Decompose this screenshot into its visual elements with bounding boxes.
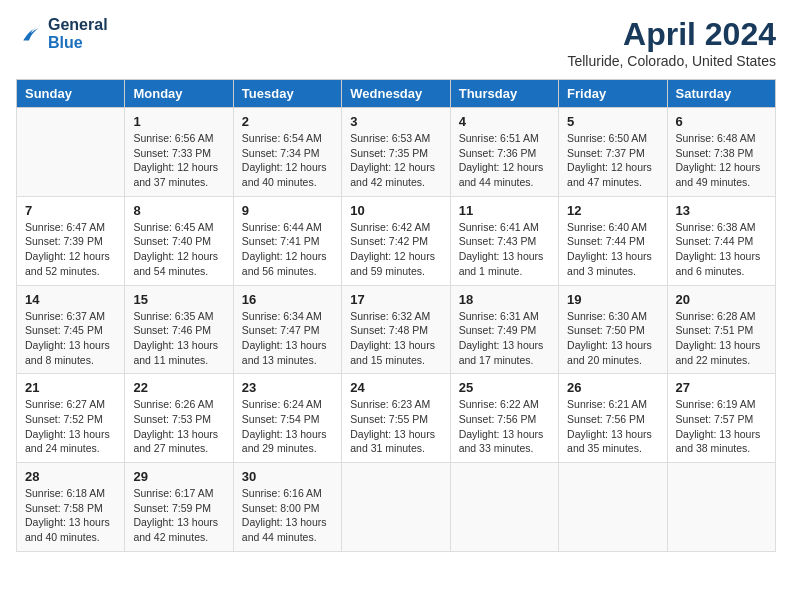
- calendar-cell: 11Sunrise: 6:41 AMSunset: 7:43 PMDayligh…: [450, 196, 558, 285]
- logo-text: General Blue: [48, 16, 108, 52]
- day-info: Sunrise: 6:48 AMSunset: 7:38 PMDaylight:…: [676, 131, 767, 190]
- day-number: 14: [25, 292, 116, 307]
- calendar-cell: 4Sunrise: 6:51 AMSunset: 7:36 PMDaylight…: [450, 108, 558, 197]
- calendar-cell: 18Sunrise: 6:31 AMSunset: 7:49 PMDayligh…: [450, 285, 558, 374]
- day-info: Sunrise: 6:56 AMSunset: 7:33 PMDaylight:…: [133, 131, 224, 190]
- day-number: 15: [133, 292, 224, 307]
- logo: General Blue: [16, 16, 108, 52]
- day-info: Sunrise: 6:21 AMSunset: 7:56 PMDaylight:…: [567, 397, 658, 456]
- day-info: Sunrise: 6:34 AMSunset: 7:47 PMDaylight:…: [242, 309, 333, 368]
- calendar-cell: 25Sunrise: 6:22 AMSunset: 7:56 PMDayligh…: [450, 374, 558, 463]
- calendar-cell: 3Sunrise: 6:53 AMSunset: 7:35 PMDaylight…: [342, 108, 450, 197]
- day-info: Sunrise: 6:44 AMSunset: 7:41 PMDaylight:…: [242, 220, 333, 279]
- calendar-cell: [667, 463, 775, 552]
- calendar-cell: [450, 463, 558, 552]
- day-info: Sunrise: 6:16 AMSunset: 8:00 PMDaylight:…: [242, 486, 333, 545]
- day-number: 28: [25, 469, 116, 484]
- page-subtitle: Telluride, Colorado, United States: [567, 53, 776, 69]
- header: General Blue April 2024 Telluride, Color…: [16, 16, 776, 69]
- day-info: Sunrise: 6:27 AMSunset: 7:52 PMDaylight:…: [25, 397, 116, 456]
- calendar-cell: 24Sunrise: 6:23 AMSunset: 7:55 PMDayligh…: [342, 374, 450, 463]
- calendar-week-row: 14Sunrise: 6:37 AMSunset: 7:45 PMDayligh…: [17, 285, 776, 374]
- calendar-cell: 2Sunrise: 6:54 AMSunset: 7:34 PMDaylight…: [233, 108, 341, 197]
- calendar-cell: 19Sunrise: 6:30 AMSunset: 7:50 PMDayligh…: [559, 285, 667, 374]
- day-number: 18: [459, 292, 550, 307]
- calendar-cell: [342, 463, 450, 552]
- day-number: 24: [350, 380, 441, 395]
- weekday-header: Monday: [125, 80, 233, 108]
- calendar-cell: 8Sunrise: 6:45 AMSunset: 7:40 PMDaylight…: [125, 196, 233, 285]
- calendar-week-row: 28Sunrise: 6:18 AMSunset: 7:58 PMDayligh…: [17, 463, 776, 552]
- day-number: 11: [459, 203, 550, 218]
- day-info: Sunrise: 6:35 AMSunset: 7:46 PMDaylight:…: [133, 309, 224, 368]
- day-info: Sunrise: 6:50 AMSunset: 7:37 PMDaylight:…: [567, 131, 658, 190]
- day-number: 3: [350, 114, 441, 129]
- day-info: Sunrise: 6:41 AMSunset: 7:43 PMDaylight:…: [459, 220, 550, 279]
- calendar-cell: [559, 463, 667, 552]
- day-info: Sunrise: 6:37 AMSunset: 7:45 PMDaylight:…: [25, 309, 116, 368]
- day-number: 1: [133, 114, 224, 129]
- day-number: 9: [242, 203, 333, 218]
- logo-icon: [16, 20, 44, 48]
- page-title: April 2024: [567, 16, 776, 53]
- calendar-week-row: 1Sunrise: 6:56 AMSunset: 7:33 PMDaylight…: [17, 108, 776, 197]
- calendar-cell: 23Sunrise: 6:24 AMSunset: 7:54 PMDayligh…: [233, 374, 341, 463]
- calendar-cell: 9Sunrise: 6:44 AMSunset: 7:41 PMDaylight…: [233, 196, 341, 285]
- day-info: Sunrise: 6:30 AMSunset: 7:50 PMDaylight:…: [567, 309, 658, 368]
- calendar-cell: 17Sunrise: 6:32 AMSunset: 7:48 PMDayligh…: [342, 285, 450, 374]
- calendar-cell: 21Sunrise: 6:27 AMSunset: 7:52 PMDayligh…: [17, 374, 125, 463]
- day-number: 21: [25, 380, 116, 395]
- day-number: 2: [242, 114, 333, 129]
- day-number: 25: [459, 380, 550, 395]
- calendar-cell: 1Sunrise: 6:56 AMSunset: 7:33 PMDaylight…: [125, 108, 233, 197]
- day-info: Sunrise: 6:24 AMSunset: 7:54 PMDaylight:…: [242, 397, 333, 456]
- weekday-header: Thursday: [450, 80, 558, 108]
- calendar-cell: 30Sunrise: 6:16 AMSunset: 8:00 PMDayligh…: [233, 463, 341, 552]
- day-info: Sunrise: 6:28 AMSunset: 7:51 PMDaylight:…: [676, 309, 767, 368]
- day-info: Sunrise: 6:53 AMSunset: 7:35 PMDaylight:…: [350, 131, 441, 190]
- day-number: 22: [133, 380, 224, 395]
- day-info: Sunrise: 6:18 AMSunset: 7:58 PMDaylight:…: [25, 486, 116, 545]
- day-info: Sunrise: 6:45 AMSunset: 7:40 PMDaylight:…: [133, 220, 224, 279]
- day-info: Sunrise: 6:17 AMSunset: 7:59 PMDaylight:…: [133, 486, 224, 545]
- day-number: 29: [133, 469, 224, 484]
- day-info: Sunrise: 6:51 AMSunset: 7:36 PMDaylight:…: [459, 131, 550, 190]
- day-number: 7: [25, 203, 116, 218]
- weekday-header: Wednesday: [342, 80, 450, 108]
- day-info: Sunrise: 6:32 AMSunset: 7:48 PMDaylight:…: [350, 309, 441, 368]
- day-number: 10: [350, 203, 441, 218]
- calendar-cell: 26Sunrise: 6:21 AMSunset: 7:56 PMDayligh…: [559, 374, 667, 463]
- day-info: Sunrise: 6:54 AMSunset: 7:34 PMDaylight:…: [242, 131, 333, 190]
- day-number: 13: [676, 203, 767, 218]
- weekday-header: Friday: [559, 80, 667, 108]
- calendar-cell: [17, 108, 125, 197]
- calendar-cell: 7Sunrise: 6:47 AMSunset: 7:39 PMDaylight…: [17, 196, 125, 285]
- weekday-header: Tuesday: [233, 80, 341, 108]
- title-area: April 2024 Telluride, Colorado, United S…: [567, 16, 776, 69]
- day-info: Sunrise: 6:26 AMSunset: 7:53 PMDaylight:…: [133, 397, 224, 456]
- weekday-header: Saturday: [667, 80, 775, 108]
- calendar-cell: 27Sunrise: 6:19 AMSunset: 7:57 PMDayligh…: [667, 374, 775, 463]
- day-number: 19: [567, 292, 658, 307]
- calendar-cell: 6Sunrise: 6:48 AMSunset: 7:38 PMDaylight…: [667, 108, 775, 197]
- calendar-cell: 20Sunrise: 6:28 AMSunset: 7:51 PMDayligh…: [667, 285, 775, 374]
- day-number: 4: [459, 114, 550, 129]
- calendar-cell: 16Sunrise: 6:34 AMSunset: 7:47 PMDayligh…: [233, 285, 341, 374]
- day-info: Sunrise: 6:23 AMSunset: 7:55 PMDaylight:…: [350, 397, 441, 456]
- day-info: Sunrise: 6:22 AMSunset: 7:56 PMDaylight:…: [459, 397, 550, 456]
- day-number: 5: [567, 114, 658, 129]
- calendar-week-row: 7Sunrise: 6:47 AMSunset: 7:39 PMDaylight…: [17, 196, 776, 285]
- calendar-cell: 22Sunrise: 6:26 AMSunset: 7:53 PMDayligh…: [125, 374, 233, 463]
- weekday-header-row: SundayMondayTuesdayWednesdayThursdayFrid…: [17, 80, 776, 108]
- calendar-cell: 14Sunrise: 6:37 AMSunset: 7:45 PMDayligh…: [17, 285, 125, 374]
- calendar-cell: 28Sunrise: 6:18 AMSunset: 7:58 PMDayligh…: [17, 463, 125, 552]
- weekday-header: Sunday: [17, 80, 125, 108]
- calendar-cell: 13Sunrise: 6:38 AMSunset: 7:44 PMDayligh…: [667, 196, 775, 285]
- day-number: 16: [242, 292, 333, 307]
- day-number: 26: [567, 380, 658, 395]
- calendar-week-row: 21Sunrise: 6:27 AMSunset: 7:52 PMDayligh…: [17, 374, 776, 463]
- day-info: Sunrise: 6:19 AMSunset: 7:57 PMDaylight:…: [676, 397, 767, 456]
- day-info: Sunrise: 6:40 AMSunset: 7:44 PMDaylight:…: [567, 220, 658, 279]
- day-info: Sunrise: 6:47 AMSunset: 7:39 PMDaylight:…: [25, 220, 116, 279]
- day-info: Sunrise: 6:42 AMSunset: 7:42 PMDaylight:…: [350, 220, 441, 279]
